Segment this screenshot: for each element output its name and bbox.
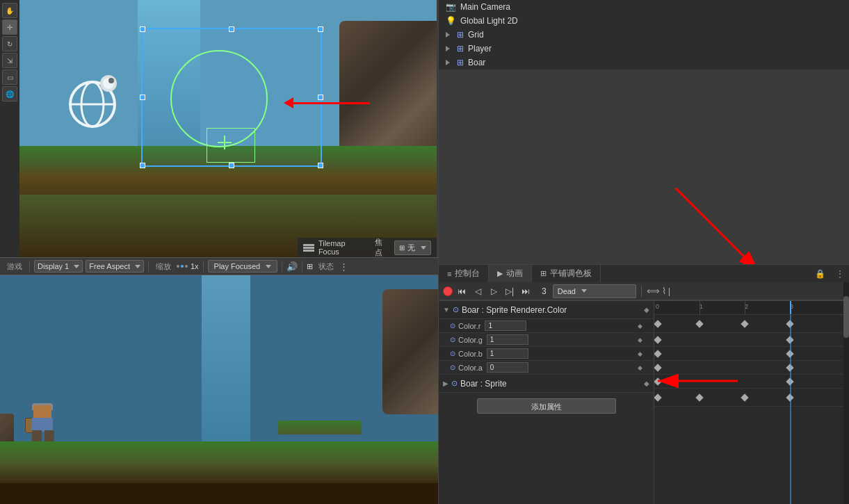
track-header-boar-sprite[interactable]: ▶ ⊙ Boar : Sprite ◆ (439, 375, 654, 393)
scroll-thumb[interactable] (843, 300, 849, 338)
color-g-icon: ⊙ (450, 336, 455, 343)
track-group-diamond[interactable]: ◆ (644, 306, 649, 314)
aspect-dropdown[interactable]: Free Aspect (86, 260, 144, 273)
scale-tool-btn[interactable]: ⇲ (2, 53, 17, 68)
keyframe-group-2[interactable] (741, 320, 748, 327)
handle-br[interactable] (318, 163, 323, 168)
camera-icon: 📷 (446, 2, 456, 12)
kf-r-3[interactable] (786, 336, 793, 343)
globe-btn[interactable]: 🌐 (2, 86, 17, 101)
rotate-tool-btn[interactable]: ↻ (2, 36, 17, 51)
play-focused-btn[interactable]: Play Focused (208, 260, 278, 273)
keyframe-group-3[interactable] (786, 320, 793, 327)
keyframe-group-1[interactable] (695, 320, 703, 327)
handle-tl[interactable] (140, 26, 145, 32)
lock-btn[interactable]: 🔒 (809, 269, 831, 279)
kf-boar-3[interactable] (786, 393, 793, 401)
tangent-btn[interactable]: | (668, 286, 670, 296)
next-frame-btn[interactable]: ▷| (503, 284, 517, 298)
svg-point-5 (108, 78, 114, 83)
scale-text: 缩放 (153, 261, 174, 272)
boar-sprite-diamond[interactable]: ◆ (644, 380, 649, 387)
clip-dropdown[interactable]: Dead (553, 284, 636, 298)
handle-bc[interactable] (229, 163, 234, 168)
tab-more-btn[interactable]: ⋮ (831, 268, 849, 279)
color-r-value[interactable]: 1 (485, 320, 526, 331)
track-labels: ▼ ⊙ Boar : Sprite Renderer.Color ◆ ⊙ Col… (439, 301, 654, 504)
kf-a-3[interactable] (786, 377, 793, 385)
player-expand-arrow (446, 46, 450, 51)
gv-platform (278, 421, 362, 434)
playhead[interactable] (790, 301, 791, 314)
handle-tr[interactable] (318, 26, 323, 32)
color-g-diamond[interactable]: ◆ (638, 336, 642, 343)
curve-btn[interactable]: ⌇ (662, 286, 666, 296)
hand-tool-btn[interactable]: ✋ (2, 3, 17, 18)
display-dropdown[interactable]: Display 1 (34, 260, 83, 273)
color-b-value[interactable]: 1 (487, 348, 528, 359)
hierarchy-global-light[interactable]: 💡 Global Light 2D (439, 14, 849, 28)
scene-view: Tilemap Focus 焦点 ⊞ 无 (19, 0, 437, 257)
color-g-value[interactable]: 1 (487, 334, 528, 345)
prev-frame-btn[interactable]: ◁ (471, 284, 485, 298)
color-r-label: Color.r (458, 322, 480, 330)
tab-animation[interactable]: ▶ 动画 (489, 265, 532, 282)
record-btn[interactable] (443, 286, 453, 296)
grid-icon-h: ⊞ (457, 30, 464, 40)
scale-slider[interactable] (177, 265, 188, 268)
prev-keyframe-btn[interactable]: ⏮ (455, 284, 469, 298)
focus-dropdown[interactable]: ⊞ 无 (394, 241, 431, 255)
color-a-icon: ⊙ (450, 364, 455, 371)
more-btn[interactable]: ⋮ (339, 261, 348, 272)
tl-row-color-g (654, 347, 849, 361)
kf-r-0[interactable] (654, 336, 662, 343)
kf-b-3[interactable] (786, 364, 793, 371)
game-label: 游戏 (4, 261, 25, 272)
frame-number: 3 (537, 286, 551, 296)
play-btn[interactable]: ▷ (487, 284, 501, 298)
hierarchy-grid[interactable]: ⊞ Grid (439, 28, 849, 42)
next-keyframe-btn[interactable]: ⏭ (519, 284, 533, 298)
hierarchy-grid-label: Grid (468, 30, 484, 40)
scale-value: 1x (191, 262, 199, 270)
play-focused-label: Play Focused (214, 262, 261, 270)
grid-icon[interactable]: ⊞ (307, 262, 313, 271)
player-icon: ⊞ (457, 44, 464, 54)
add-property-btn[interactable]: 添加属性 (477, 398, 616, 414)
color-a-diamond[interactable]: ◆ (638, 364, 642, 371)
hierarchy-player[interactable]: ⊞ Player (439, 42, 849, 56)
keyframe-align-btn[interactable]: ⟺ (647, 286, 660, 296)
focus-chevron (421, 246, 426, 250)
color-r-icon: ⊙ (450, 322, 455, 330)
track-header-sprite-color[interactable]: ▼ ⊙ Boar : Sprite Renderer.Color ◆ (439, 301, 654, 319)
keyframe-group-0[interactable] (654, 320, 662, 327)
arrow-head (284, 97, 293, 108)
separator-4 (282, 261, 282, 272)
hierarchy-main-camera[interactable]: 📷 Main Camera (439, 0, 849, 14)
tab-palette[interactable]: ⊞ 平铺调色板 (532, 265, 601, 282)
ruler-mark-0: 0 (656, 303, 659, 310)
rect-tool-btn[interactable]: ▭ (2, 70, 17, 85)
kf-g-0[interactable] (654, 350, 662, 357)
color-b-diamond[interactable]: ◆ (638, 350, 642, 357)
tilemap-focus-bar: Tilemap Focus 焦点 ⊞ 无 (298, 238, 437, 257)
handle-tc[interactable] (229, 26, 234, 32)
kf-g-3[interactable] (786, 350, 793, 357)
hierarchy-boar[interactable]: ⊞ Boar (439, 56, 849, 70)
focus-option: 无 (407, 243, 415, 253)
focus-label: 焦点 (375, 237, 390, 257)
anim-tabs: ≡ 控制台 ▶ 动画 ⊞ 平铺调色板 🔒 ⋮ (438, 264, 849, 282)
color-a-value[interactable]: 0 (487, 362, 528, 373)
tilemap-icon (303, 247, 314, 249)
move-tool-btn[interactable]: ✛ (2, 19, 17, 35)
color-r-diamond[interactable]: ◆ (638, 323, 642, 330)
handle-bl[interactable] (140, 163, 145, 168)
scale-dot-3 (185, 265, 188, 268)
aspect-label: Free Aspect (89, 262, 130, 270)
handle-ml[interactable] (140, 95, 145, 100)
rocks-right (339, 21, 437, 160)
tab-console[interactable]: ≡ 控制台 (439, 265, 489, 282)
timeline-scrollbar[interactable] (843, 300, 849, 504)
speaker-icon[interactable]: 🔊 (286, 261, 298, 272)
anim-body: ▼ ⊙ Boar : Sprite Renderer.Color ◆ ⊙ Col… (439, 300, 849, 504)
